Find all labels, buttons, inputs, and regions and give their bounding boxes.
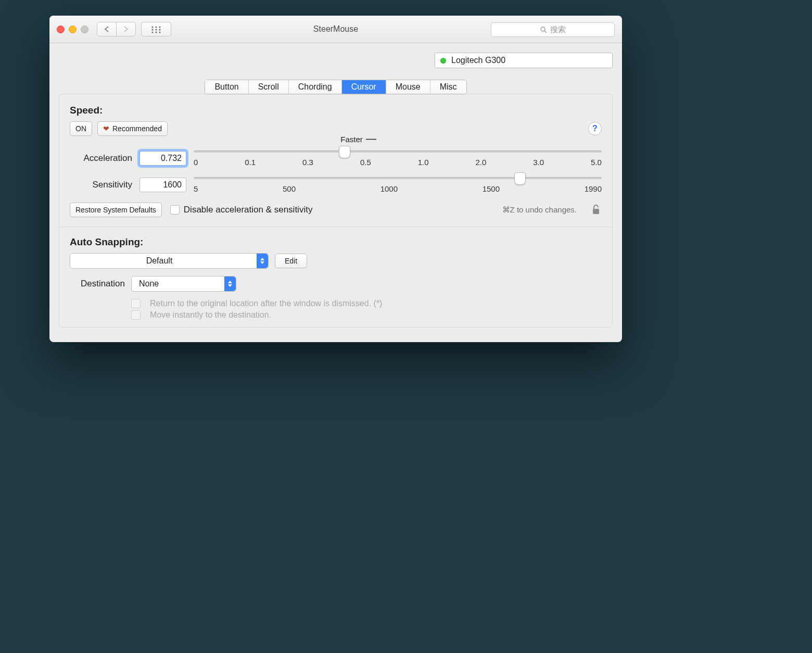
destination-select[interactable]: None [131,276,236,292]
search-input[interactable]: 搜索 [491,22,615,37]
tab-button[interactable]: Button [205,80,248,94]
speed-heading: Speed: [70,105,602,116]
checkbox-icon [131,299,141,308]
acceleration-slider[interactable] [194,150,602,153]
search-placeholder: 搜索 [550,25,566,35]
nav-segment [97,22,136,36]
cursor-panel: Speed: ON ❤ Recommended ? Acceleration 0… [59,94,613,328]
divider [59,227,612,227]
checkbox-icon [170,205,180,215]
chevron-right-icon [123,26,129,32]
acceleration-value-field[interactable]: 0.732 [139,151,186,166]
search-icon [540,27,547,33]
status-dot-icon [440,58,446,64]
sensitivity-slider[interactable] [194,177,602,179]
device-selector[interactable]: Logitech G300 [435,53,613,68]
autosnap-profile-select[interactable]: Default [70,253,269,269]
sensitivity-slider-knob[interactable] [514,172,526,185]
checkbox-icon [131,310,141,320]
updown-icon [257,254,268,268]
titlebar: SteerMouse 搜索 [49,16,622,43]
tab-scroll[interactable]: Scroll [249,80,289,94]
sensitivity-ticks: 5500100015001990 [194,184,602,193]
close-icon[interactable] [57,26,65,33]
sensitivity-value-field[interactable]: 1600 [139,178,186,192]
tab-misc[interactable]: Misc [430,80,466,94]
lock-icon[interactable] [590,204,602,216]
show-all-button[interactable] [141,22,171,36]
svg-point-9 [541,27,545,31]
svg-rect-11 [593,209,599,214]
return-to-original-checkbox: Return to the original location after th… [131,299,602,308]
svg-point-6 [151,31,153,33]
undo-hint: ⌘Z to undo changes. [502,205,577,215]
device-name: Logitech G300 [451,56,505,65]
restore-defaults-button[interactable]: Restore System Defaults [70,203,162,217]
sensitivity-label: Sensitivity [70,180,132,190]
disable-accel-checkbox[interactable]: Disable acceleration & sensitivity [170,205,313,215]
tab-chording[interactable]: Chording [289,80,342,94]
help-button[interactable]: ? [588,122,602,135]
window-controls [57,26,88,33]
acceleration-slider-knob[interactable] [339,146,350,158]
svg-line-10 [544,31,547,33]
svg-point-7 [155,31,157,33]
forward-button[interactable] [116,22,136,36]
zoom-icon [81,26,88,33]
recommended-button[interactable]: ❤ Recommended [97,121,168,136]
speed-on-toggle[interactable]: ON [70,121,92,136]
acceleration-label: Acceleration [70,153,132,164]
faster-label: Faster [340,135,384,144]
autosnap-heading: Auto Snapping: [70,236,602,248]
edit-button[interactable]: Edit [275,254,307,268]
tab-mouse[interactable]: Mouse [386,80,430,94]
svg-point-1 [155,26,157,28]
chevron-left-icon [104,26,109,32]
svg-point-4 [155,29,157,30]
heart-icon: ❤ [103,124,109,133]
destination-label: Destination [70,279,125,289]
svg-point-3 [151,29,153,30]
svg-point-5 [159,29,160,30]
acceleration-ticks: 00.10.30.51.02.03.05.0 [194,158,602,167]
svg-point-8 [159,31,160,33]
arrow-right-icon [366,137,384,142]
svg-point-0 [151,26,153,28]
grid-icon [151,26,161,32]
preferences-window: SteerMouse 搜索 Logitech G300 Button Scrol… [49,16,622,342]
updown-icon [224,277,236,291]
tab-cursor[interactable]: Cursor [342,80,386,94]
minimize-icon[interactable] [69,26,77,33]
back-button[interactable] [97,22,117,36]
svg-point-2 [159,26,160,28]
move-instantly-checkbox: Move instantly to the destination. [131,310,602,320]
tab-bar: Button Scroll Chording Cursor Mouse Misc [205,80,466,94]
